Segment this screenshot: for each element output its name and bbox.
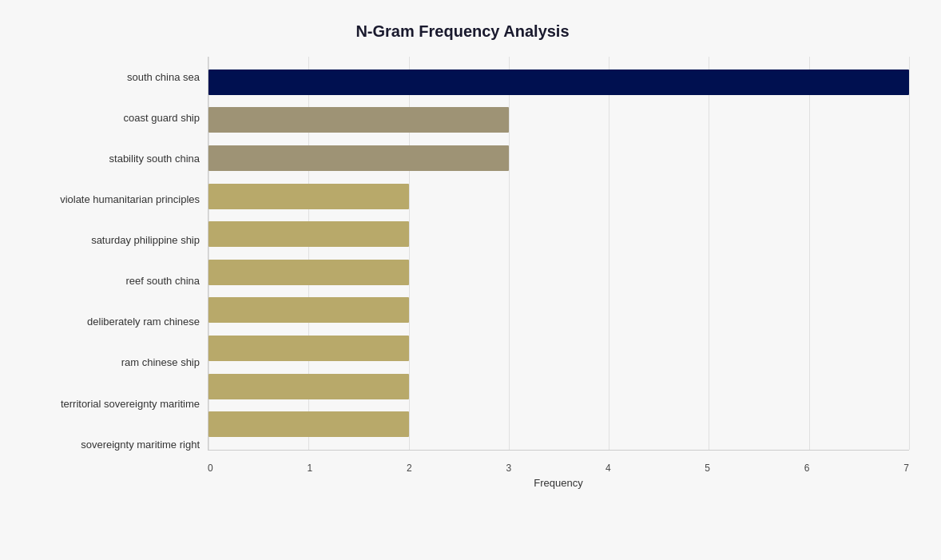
y-label: coast guard ship — [124, 112, 200, 125]
x-tick: 6 — [804, 463, 810, 474]
y-label: stability south china — [109, 153, 200, 165]
y-axis-labels: south china seacoast guard shipstability… — [16, 57, 208, 489]
bar — [208, 70, 909, 95]
x-tick: 4 — [605, 463, 611, 474]
bar-row — [208, 218, 909, 250]
chart-container: N-Gram Frequency Analysis south china se… — [0, 0, 941, 560]
bars-wrapper — [208, 57, 909, 450]
bar-row — [208, 142, 909, 174]
bar-row — [208, 332, 909, 364]
bar — [208, 260, 409, 285]
y-label: deliberately ram chinese — [87, 316, 200, 328]
x-tick: 7 — [903, 463, 909, 474]
y-label: south china sea — [127, 71, 200, 84]
bar — [208, 411, 409, 437]
bar — [208, 297, 409, 323]
bar-row — [208, 104, 909, 136]
chart-area: south china seacoast guard shipstability… — [16, 57, 909, 489]
y-label: violate humanitarian principles — [60, 193, 200, 206]
y-label: saturday philippine ship — [91, 234, 200, 247]
y-label: reef south china — [125, 275, 200, 288]
x-tick: 0 — [208, 463, 213, 474]
chart-title: N-Gram Frequency Analysis — [16, 16, 909, 41]
bars-and-x: 01234567 Frequency — [208, 57, 909, 489]
bars-area — [208, 57, 909, 450]
x-axis-title: Frequency — [208, 477, 909, 489]
bar — [208, 184, 409, 209]
x-axis: 01234567 — [208, 450, 909, 474]
bar-row — [208, 181, 909, 212]
y-label: ram chinese ship — [121, 356, 200, 369]
bar-row — [208, 371, 909, 403]
bar-row — [208, 256, 909, 288]
y-label: sovereignty maritime right — [81, 439, 200, 451]
bar — [208, 145, 509, 171]
bar — [208, 336, 409, 361]
x-tick-labels: 01234567 — [208, 459, 909, 474]
x-tick: 2 — [407, 463, 412, 474]
x-tick: 5 — [705, 463, 710, 474]
bar — [208, 221, 409, 247]
bar — [208, 374, 409, 399]
x-tick: 1 — [307, 463, 312, 474]
bar-row — [208, 408, 909, 440]
x-tick: 3 — [506, 463, 511, 474]
bar-row — [208, 294, 909, 326]
bar — [208, 107, 509, 133]
y-label: territorial sovereignty maritime — [61, 398, 200, 411]
bar-row — [208, 66, 909, 98]
grid-line — [909, 57, 910, 450]
